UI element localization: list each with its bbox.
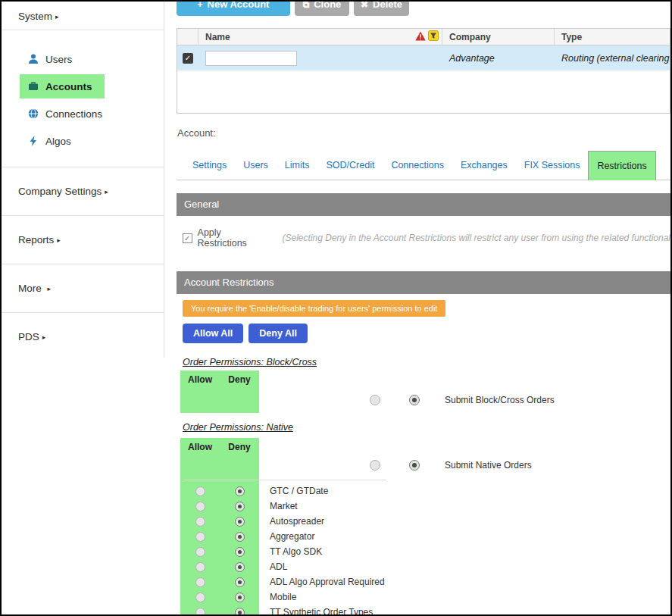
perm-row-label: TT Synthetic Order Types [270,607,373,616]
tab-users[interactable]: Users [235,160,277,170]
tab-fix-sessions[interactable]: FIX Sessions [516,160,589,170]
perm-row: ADL Algo Approval Required [180,574,672,589]
tab-sod-credit[interactable]: SOD/Credit [317,160,383,170]
sidebar-item-users[interactable]: Users [2,45,164,73]
column-header-company-label: Company [449,32,491,42]
sidebar-item-label: Reports [18,234,54,245]
row-checkbox[interactable]: ✓ [183,53,193,64]
deny-all-button[interactable]: Deny All [248,324,308,343]
perm-group-heading-blockcross: Order Permissions: Block/Cross [183,357,317,367]
allow-radio[interactable] [370,460,380,471]
permission-warning-banner: You require the 'Enable/disable trading … [183,300,445,317]
deny-radio[interactable] [409,395,420,405]
perm-row-label: ADL [270,561,287,572]
column-header-name[interactable]: Name [198,29,442,45]
allow-radio[interactable] [370,395,380,405]
filter-icon[interactable] [428,30,439,43]
new-account-button[interactable]: + New Account [177,0,290,16]
perm-row-label: Mobile [270,592,296,602]
sidebar-item-more[interactable]: More ▸ [2,264,164,312]
deny-radio[interactable] [235,562,245,572]
sidebar-item-company-settings[interactable]: Company Settings▸ [2,167,164,215]
deny-radio[interactable] [235,593,245,602]
perm-row-label: ADL Algo Approval Required [270,577,385,587]
perm-row-label: Autospreader [270,516,324,527]
divider [183,480,386,480]
perm-row: Aggregator [180,529,672,544]
allow-radio[interactable] [195,502,205,511]
sidebar: System▸ Users Accounts [2,2,164,358]
clone-button[interactable]: ⧉ Clone [295,0,349,16]
deny-radio[interactable] [235,547,245,557]
chevron-right-icon: ▸ [55,13,59,20]
allow-radio[interactable] [195,547,205,557]
delete-button-label: Delete [373,0,402,10]
perm-row: TT Algo SDK [180,544,672,559]
tab-connections[interactable]: Connections [383,160,452,170]
deny-radio[interactable] [235,577,245,587]
perm-row-label: TT Algo SDK [270,546,322,557]
deny-radio[interactable] [235,517,245,527]
name-cell [198,45,442,70]
deny-column-header: Deny [220,371,259,387]
deny-radio[interactable] [235,532,245,542]
tab-limits[interactable]: Limits [277,160,318,170]
perm-row: Market [180,499,672,514]
allow-radio[interactable] [195,532,205,542]
sidebar-nav-group: Users Accounts Connections [2,30,164,167]
perm-row-label: Submit Native Orders [445,460,532,471]
lightning-icon [27,135,39,147]
perm-row-label: Market [270,501,298,511]
sidebar-item-label: System [18,11,52,22]
apply-restrictions-checkbox[interactable]: ✓ [183,233,192,243]
account-name-input[interactable] [205,51,297,66]
allow-all-button[interactable]: Allow All [183,324,243,343]
column-header-company[interactable]: Company [442,29,555,45]
sidebar-item-system[interactable]: System▸ [2,2,164,30]
deny-column-header: Deny [220,438,259,455]
deny-radio[interactable] [235,608,245,616]
perm-row-label: GTC / GTDate [270,486,328,496]
deny-radio[interactable] [409,460,420,471]
row-select-cell: ✓ [177,45,198,70]
main-content: + New Account ⧉ Clone ✖ Delete Name [177,2,670,614]
perm-row: Submit Native Orders [355,455,672,476]
allow-radio[interactable] [195,562,205,572]
deny-radio[interactable] [235,502,245,511]
chevron-right-icon: ▸ [42,333,46,341]
allow-radio[interactable] [195,608,205,616]
check-icon: ✓ [184,234,190,242]
column-header-type[interactable]: Type [555,29,670,45]
tab-exchanges[interactable]: Exchanges [452,160,516,170]
globe-icon [27,108,39,120]
tab-restrictions[interactable]: Restrictions [588,151,655,180]
tab-settings[interactable]: Settings [184,160,235,170]
new-account-button-label: New Account [208,0,270,10]
sidebar-item-algos[interactable]: Algos [2,127,164,155]
sidebar-item-label: Algos [45,136,71,147]
sidebar-item-pds[interactable]: PDS▸ [2,312,164,361]
allow-radio[interactable] [195,593,205,602]
allow-radio[interactable] [195,517,205,527]
clone-icon: ⧉ [303,0,310,10]
delete-button[interactable]: ✖ Delete [354,0,409,16]
allow-radio[interactable] [195,577,205,587]
clone-button-label: Clone [314,0,341,10]
sidebar-item-label: Connections [45,108,102,120]
sidebar-item-connections[interactable]: Connections [2,100,164,127]
account-table-row[interactable]: ✓ Advantage Routing (external clearing [177,45,670,70]
sidebar-item-accounts[interactable]: Accounts [2,73,164,100]
deny-radio[interactable] [235,486,245,496]
chevron-right-icon: ▸ [105,188,108,195]
apply-restrictions-row: ✓ Apply Restrictions (Selecting Deny in … [183,227,670,249]
allow-column-header: Allow [180,438,220,455]
check-icon: ✓ [185,54,191,62]
perm-group-heading-native: Order Permissions: Native [183,422,293,433]
sidebar-item-reports[interactable]: Reports▸ [2,215,164,264]
perm-row: GTC / GTDate [180,483,672,499]
account-restrictions-section-header: Account Restrictions [177,271,670,294]
perm-row: Mobile [180,589,672,605]
allow-radio[interactable] [195,486,205,496]
user-icon [27,53,39,65]
setup-window: System▸ Users Accounts [0,0,672,616]
